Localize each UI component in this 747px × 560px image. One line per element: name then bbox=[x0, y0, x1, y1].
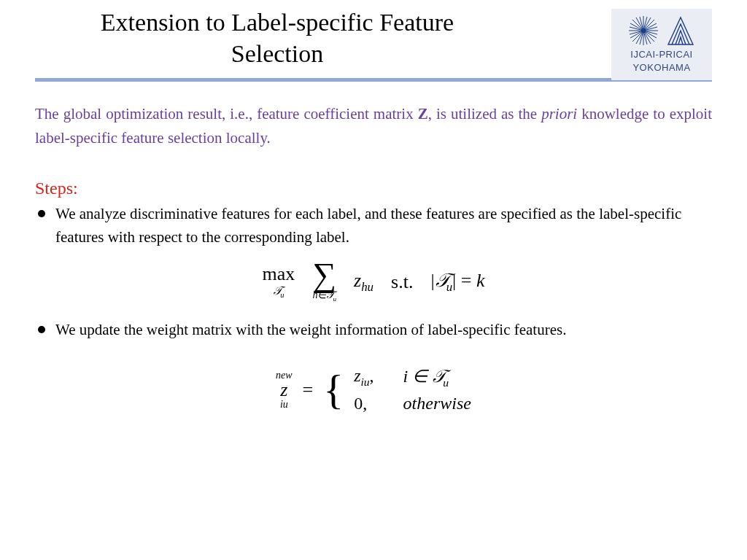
header: Extension to Label-specific Feature Sele… bbox=[0, 0, 747, 82]
equation-2: new z iu = { ziu, i ∈ 𝒯u 0, otherwise bbox=[0, 366, 747, 413]
eq1-z-sub: hu bbox=[361, 280, 374, 294]
intro-mid: , is utilized as the bbox=[428, 105, 541, 122]
brace-icon: { bbox=[323, 371, 344, 409]
sigma-icon: ∑ bbox=[312, 262, 336, 289]
eq2-sub: iu bbox=[280, 400, 288, 410]
intro-pre: The global optimization result, i.e., fe… bbox=[35, 105, 418, 122]
intro-paragraph: The global optimization result, i.e., fe… bbox=[35, 102, 712, 149]
equation-1: max 𝒯u ∑ h∈𝒯u zhu s.t. |𝒯u| = k bbox=[0, 262, 747, 303]
logo-line-1: IJCAI-PRICAI bbox=[630, 49, 692, 61]
slide: Extension to Label-specific Feature Sele… bbox=[0, 0, 747, 560]
steps-heading: Steps: bbox=[35, 179, 712, 198]
triangle-icon bbox=[666, 15, 695, 46]
logo-line-2: YOKOHAMA bbox=[632, 62, 690, 74]
eq2-equals: = bbox=[303, 379, 314, 401]
conference-logo: IJCAI-PRICAI YOKOHAMA bbox=[611, 9, 712, 80]
logo-icons bbox=[628, 15, 695, 46]
eq1-st: s.t. bbox=[391, 271, 413, 293]
eq2-c1-comma: , bbox=[370, 366, 374, 385]
eq1-set-sub-b: u bbox=[333, 295, 336, 303]
eq1-k: k bbox=[476, 270, 485, 291]
burst-icon bbox=[628, 15, 659, 46]
eq1-set-sub-c: u bbox=[446, 280, 452, 294]
intro-bold: Z bbox=[418, 105, 428, 122]
eq2-c2-val: 0, bbox=[354, 394, 374, 413]
eq2-c1-set: 𝒯 bbox=[432, 367, 443, 386]
step-2: We update the weight matrix with the wei… bbox=[55, 319, 712, 342]
eq1-set-sub-a: u bbox=[280, 291, 284, 299]
steps-list: We analyze discriminative features for e… bbox=[35, 203, 712, 249]
header-rule bbox=[35, 78, 712, 82]
intro-ital: priori bbox=[541, 105, 577, 122]
step-1: We analyze discriminative features for e… bbox=[55, 203, 712, 249]
eq1-z: z bbox=[354, 270, 361, 291]
eq1-set-c: 𝒯 bbox=[435, 270, 446, 291]
eq2-c2-cond: otherwise bbox=[403, 394, 471, 413]
eq1-sum-under-pre: h∈ bbox=[312, 289, 326, 300]
eq2-c1-sub: iu bbox=[360, 376, 369, 388]
eq2-c1-cond-pre: i ∈ bbox=[403, 367, 433, 386]
eq2-z: z bbox=[280, 381, 287, 400]
slide-title: Extension to Label-specific Feature Sele… bbox=[58, 7, 496, 69]
eq1-eq: = bbox=[456, 270, 476, 291]
steps-list-2: We update the weight matrix with the wei… bbox=[35, 319, 712, 342]
eq1-set-a: 𝒯 bbox=[273, 284, 280, 297]
eq2-c1-set-sub: u bbox=[443, 376, 449, 389]
eq1-max: max bbox=[262, 265, 295, 284]
